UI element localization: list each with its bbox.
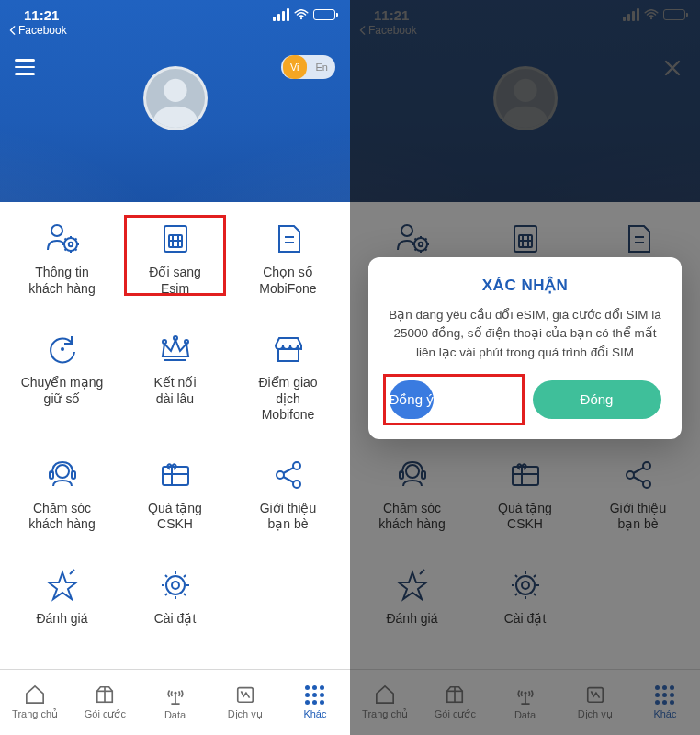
- gear-icon: [155, 567, 196, 604]
- svg-point-20: [172, 582, 179, 589]
- nav-label: Gói cước: [85, 708, 126, 720]
- crown-icon: [155, 331, 196, 368]
- antenna-icon: [164, 685, 186, 706]
- status-indicators: [273, 8, 335, 21]
- item-label: Chọn số MobiFone: [259, 265, 316, 297]
- close-dialog-button[interactable]: Đóng: [533, 380, 661, 419]
- agree-button[interactable]: Đồng ý: [390, 380, 434, 419]
- service-grid: Thông tin khách hàng Đổi sang Esim Chọn …: [0, 202, 350, 644]
- package-icon: [94, 684, 116, 705]
- service-icon: [234, 684, 256, 705]
- language-toggle[interactable]: Vi En: [281, 55, 335, 79]
- refresh-icon: [42, 331, 83, 368]
- svg-point-7: [61, 347, 64, 351]
- svg-rect-15: [163, 467, 188, 485]
- item-label: Quà tặng CSKH: [148, 501, 202, 533]
- item-label: Chuyển mạng giữ số: [21, 375, 104, 407]
- item-label: Giới thiệu bạn bè: [260, 501, 317, 533]
- svg-rect-11: [278, 349, 299, 361]
- item-loyalty[interactable]: Kết nối dài lâu: [119, 331, 231, 424]
- svg-point-19: [166, 576, 185, 594]
- nav-label: Trang chủ: [12, 708, 58, 720]
- svg-point-18: [293, 481, 300, 488]
- signal-icon: [273, 8, 289, 21]
- svg-point-3: [64, 238, 77, 251]
- dialog-title: XÁC NHẬN: [385, 276, 665, 295]
- status-bar: 11:21: [0, 0, 350, 22]
- lang-vi[interactable]: Vi: [283, 55, 307, 79]
- item-label: Chăm sóc khách hàng: [28, 501, 95, 533]
- share-icon: [268, 457, 309, 493]
- dialog-buttons: Đồng ý Đóng: [385, 380, 665, 419]
- status-time: 11:21: [24, 7, 59, 23]
- confirm-dialog: XÁC NHẬN Bạn đang yêu cầu đổi eSIM, giá …: [368, 257, 682, 439]
- item-label: Kết nối dài lâu: [153, 375, 196, 407]
- nav-label: Dịch vụ: [228, 708, 263, 720]
- svg-point-1: [164, 79, 186, 102]
- svg-point-16: [277, 471, 284, 479]
- item-rating[interactable]: Đánh giá: [6, 567, 119, 644]
- sim-icon: [155, 220, 196, 257]
- headset-icon: [42, 457, 83, 493]
- nav-home[interactable]: Trang chủ: [0, 670, 70, 735]
- svg-rect-13: [50, 471, 53, 479]
- phone-right: 11:21 Facebook: [350, 0, 700, 735]
- back-app-label: Facebook: [18, 24, 67, 37]
- item-label: Điểm giao dịch Mobifone: [258, 375, 317, 424]
- svg-point-8: [163, 340, 166, 344]
- item-transaction-point[interactable]: Điểm giao dịch Mobifone: [231, 331, 344, 424]
- sim-cut-icon: [268, 220, 309, 257]
- bottom-nav: Trang chủ Gói cước Data Dịch vụ Khác: [0, 669, 350, 735]
- user-gear-icon: [42, 220, 83, 257]
- home-icon: [24, 684, 46, 705]
- gift-card-icon: [155, 457, 196, 493]
- item-gift[interactable]: Quà tặng CSKH: [119, 457, 231, 534]
- svg-point-2: [51, 225, 62, 236]
- item-label: Đánh giá: [36, 611, 87, 628]
- item-choose-number[interactable]: Chọn số MobiFone: [231, 220, 344, 298]
- nav-label: Data: [164, 709, 186, 720]
- item-port-number[interactable]: Chuyển mạng giữ số: [6, 331, 119, 424]
- nav-services[interactable]: Dịch vụ: [210, 670, 280, 735]
- nav-label: Khác: [303, 708, 326, 719]
- wifi-icon: [294, 9, 309, 20]
- svg-point-22: [174, 691, 176, 694]
- menu-button[interactable]: [15, 59, 40, 75]
- item-label: Cài đặt: [154, 611, 197, 628]
- item-label: Thông tin khách hàng: [28, 265, 95, 297]
- nav-other[interactable]: Khác: [280, 670, 350, 735]
- avatar[interactable]: [143, 66, 208, 130]
- item-label: Đổi sang Esim: [149, 265, 200, 297]
- header: 11:21 Facebook Vi En: [0, 0, 350, 202]
- back-to-app[interactable]: Facebook: [0, 22, 350, 37]
- item-customer-care[interactable]: Chăm sóc khách hàng: [6, 457, 119, 534]
- svg-point-0: [300, 17, 302, 19]
- svg-point-17: [293, 462, 300, 469]
- svg-point-10: [185, 340, 188, 344]
- battery-icon: [313, 9, 335, 20]
- svg-point-4: [68, 243, 72, 246]
- phone-left: 11:21 Facebook Vi En Thông tin khách hàn…: [0, 0, 350, 735]
- item-switch-esim[interactable]: Đổi sang Esim: [119, 220, 231, 298]
- item-refer-friend[interactable]: Giới thiệu bạn bè: [231, 457, 344, 534]
- nav-plans[interactable]: Gói cước: [70, 670, 140, 735]
- nav-data[interactable]: Data: [140, 670, 209, 735]
- item-settings[interactable]: Cài đặt: [119, 567, 231, 644]
- svg-point-12: [56, 465, 69, 478]
- svg-rect-14: [72, 471, 75, 479]
- star-icon: [42, 567, 83, 604]
- store-icon: [268, 331, 309, 368]
- lang-en[interactable]: En: [309, 55, 335, 79]
- item-customer-info[interactable]: Thông tin khách hàng: [6, 220, 119, 298]
- grid-icon: [305, 685, 324, 705]
- dialog-message: Bạn đang yêu cầu đổi eSIM, giá cước đổi …: [385, 306, 665, 362]
